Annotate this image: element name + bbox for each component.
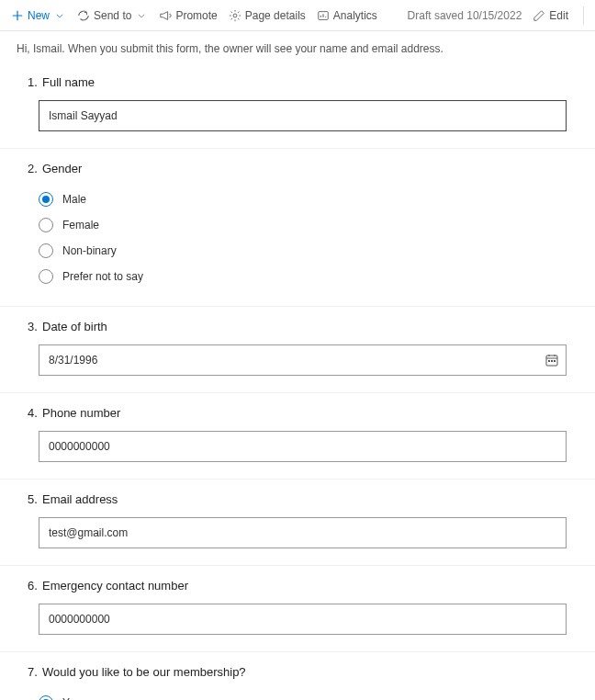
option-label: Prefer not to say: [62, 270, 143, 283]
gear-icon: [229, 9, 241, 22]
option-label: Female: [62, 219, 99, 231]
sendto-label: Send to: [94, 9, 131, 22]
question-title: 1. Full name: [28, 75, 578, 89]
question-title: 6. Emergency contact number: [28, 579, 578, 593]
pagedetails-button[interactable]: Page details: [229, 9, 306, 22]
edit-button[interactable]: Edit: [533, 9, 568, 22]
question-number: 3.: [28, 320, 39, 333]
emergency-input[interactable]: [39, 604, 567, 635]
question-number: 6.: [28, 579, 39, 593]
svg-rect-4: [551, 360, 553, 362]
new-button[interactable]: New: [11, 9, 66, 22]
fullname-input[interactable]: [39, 100, 567, 131]
toolbar-left: New Send to Promote Page details: [11, 9, 377, 22]
new-label: New: [28, 9, 50, 22]
promote-label: Promote: [175, 9, 217, 22]
gender-option-female[interactable]: Female: [28, 212, 578, 238]
plus-icon: [11, 9, 24, 22]
radio-icon: [39, 243, 53, 258]
dob-input[interactable]: [39, 344, 567, 376]
question-number: 5.: [28, 492, 39, 506]
option-label: Yes: [62, 696, 81, 700]
question-dob: 3. Date of birth: [0, 307, 595, 393]
question-title: 3. Date of birth: [28, 320, 578, 333]
toolbar: New Send to Promote Page details: [0, 0, 595, 31]
svg-rect-5: [554, 360, 556, 362]
toolbar-right: Draft saved 10/15/2022 Edit: [408, 6, 584, 25]
option-label: Male: [62, 193, 86, 206]
chevron-down-icon: [53, 9, 66, 22]
svg-point-0: [233, 14, 237, 17]
question-label: Emergency contact number: [42, 579, 188, 593]
megaphone-icon: [159, 9, 172, 22]
share-icon: [77, 9, 90, 22]
radio-icon: [39, 192, 53, 207]
question-title: 5. Email address: [28, 492, 578, 506]
question-membership: 7. Would you like to be our membership? …: [0, 652, 595, 700]
question-phone: 4. Phone number: [0, 393, 595, 480]
question-email: 5. Email address: [0, 480, 595, 566]
analytics-button[interactable]: Analytics: [317, 9, 377, 22]
radio-icon: [39, 218, 53, 232]
chevron-down-icon: [135, 9, 148, 22]
svg-rect-3: [548, 360, 550, 362]
question-gender: 2. Gender Male Female Non-binary Prefer …: [0, 149, 595, 307]
sendto-button[interactable]: Send to: [77, 9, 148, 22]
question-title: 4. Phone number: [28, 406, 578, 420]
calendar-icon[interactable]: [544, 353, 559, 367]
promote-button[interactable]: Promote: [159, 9, 217, 22]
intro-text: Hi, Ismail. When you submit this form, t…: [0, 31, 595, 62]
divider: [583, 6, 584, 25]
membership-option-yes[interactable]: Yes: [28, 690, 578, 700]
question-label: Date of birth: [42, 320, 107, 333]
question-number: 4.: [28, 406, 39, 420]
question-fullname: 1. Full name: [0, 62, 595, 149]
question-number: 7.: [28, 665, 39, 679]
question-title: 7. Would you like to be our membership?: [28, 665, 578, 679]
edit-label: Edit: [549, 9, 568, 22]
question-label: Full name: [42, 75, 95, 89]
question-label: Would you like to be our membership?: [42, 665, 246, 679]
chart-icon: [317, 9, 330, 22]
option-label: Non-binary: [62, 244, 117, 257]
radio-icon: [39, 695, 53, 700]
question-number: 1.: [28, 75, 39, 89]
gender-option-prefernot[interactable]: Prefer not to say: [28, 264, 578, 289]
question-number: 2.: [28, 162, 39, 175]
question-label: Email address: [42, 492, 118, 506]
draft-saved-label: Draft saved 10/15/2022: [408, 9, 522, 22]
gender-option-nonbinary[interactable]: Non-binary: [28, 238, 578, 264]
analytics-label: Analytics: [333, 9, 377, 22]
dob-field-wrap: [39, 344, 567, 376]
pencil-icon: [533, 9, 545, 22]
question-label: Gender: [42, 162, 82, 175]
email-input[interactable]: [39, 517, 567, 548]
pagedetails-label: Page details: [245, 9, 306, 22]
phone-input[interactable]: [39, 431, 567, 462]
radio-icon: [39, 269, 53, 284]
question-label: Phone number: [42, 406, 120, 420]
question-title: 2. Gender: [28, 162, 578, 175]
gender-option-male[interactable]: Male: [28, 186, 578, 212]
question-emergency: 6. Emergency contact number: [0, 566, 595, 652]
